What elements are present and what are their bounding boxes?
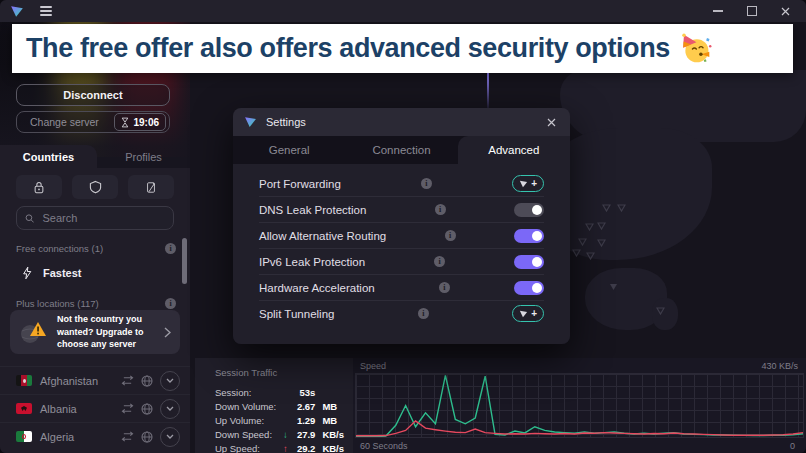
setting-row-ipv6-leak-protection: IPv6 Leak Protection i — [259, 249, 544, 275]
info-icon[interactable]: i — [421, 178, 432, 189]
alternative-routing-toggle[interactable] — [514, 229, 544, 243]
map-pin-icon — [586, 252, 595, 260]
change-server-button[interactable]: Change server 19:06 — [16, 111, 170, 133]
setting-label: Hardware Acceleration — [259, 282, 375, 294]
expand-country-button[interactable] — [160, 399, 180, 419]
stat-unit: MB — [315, 401, 353, 412]
fastest-row[interactable]: Fastest — [0, 260, 190, 286]
section-label: Free connections (1) — [16, 243, 103, 254]
expand-country-button[interactable] — [160, 371, 180, 391]
stat-unit: KB/s — [315, 443, 353, 453]
secure-core-button[interactable] — [16, 175, 62, 199]
upgrade-text: Not the country you wanted? Upgrade to c… — [57, 313, 156, 351]
setting-label: DNS Leak Protection — [259, 204, 366, 216]
dialog-body: Port Forwarding i + DNS Leak Protection … — [233, 164, 570, 344]
stat-value: 27.9 — [291, 429, 316, 440]
graph-grid — [355, 373, 804, 438]
up-arrow-icon: ↑ — [280, 443, 291, 453]
info-icon[interactable]: i — [434, 256, 445, 267]
protonvpn-logo-icon — [244, 116, 257, 128]
party-face-emoji-icon — [680, 33, 712, 65]
speed-graph: Speed 430 KB/s 60 Seconds 0 — [353, 358, 806, 453]
ipv6-leak-protection-toggle[interactable] — [514, 255, 544, 269]
stat-value: 1.29 — [291, 415, 316, 426]
chevron-down-icon — [166, 378, 174, 383]
sidebar: Disconnect Change server 19:06 Countries… — [0, 22, 190, 453]
tab-advanced[interactable]: Advanced — [458, 136, 570, 164]
search-box — [16, 206, 174, 230]
tab-profiles[interactable]: Profiles — [97, 145, 190, 168]
info-icon[interactable]: i — [445, 230, 456, 241]
info-icon[interactable]: i — [418, 308, 429, 319]
setting-row-hardware-acceleration: Hardware Acceleration i — [259, 275, 544, 301]
stat-label: Down Speed: — [215, 429, 280, 440]
killswitch-button[interactable] — [128, 175, 174, 199]
swap-icon[interactable] — [121, 403, 134, 414]
dialog-header: Settings — [233, 108, 570, 136]
expand-country-button[interactable] — [160, 427, 180, 447]
search-input[interactable] — [40, 211, 165, 225]
dialog-close-button[interactable] — [544, 115, 559, 130]
close-button[interactable] — [781, 7, 790, 16]
menu-button[interactable] — [40, 4, 52, 18]
country-row-afghanistan[interactable]: Afghanistan — [0, 366, 190, 394]
vpn-plus-badge[interactable]: + — [512, 305, 544, 322]
tab-connection[interactable]: Connection — [345, 136, 457, 164]
globe-icon[interactable] — [141, 375, 153, 387]
dns-leak-protection-toggle[interactable] — [514, 203, 544, 217]
section-label: Plus locations (117) — [16, 298, 99, 309]
stat-label: Session: — [215, 387, 280, 398]
country-row-albania[interactable]: Albania — [0, 394, 190, 422]
algeria-flag-icon — [16, 431, 32, 442]
shield-icon — [89, 180, 102, 194]
tab-general[interactable]: General — [233, 136, 345, 164]
sidebar-panel: Free connections (1) i Fastest Plus loca… — [0, 168, 190, 453]
country-name: Algeria — [40, 431, 113, 443]
setting-row-alternative-routing: Allow Alternative Routing i — [259, 223, 544, 249]
globe-icon[interactable] — [141, 431, 153, 443]
info-icon[interactable]: i — [165, 298, 176, 309]
stat-row-session: Session: 53s — [215, 385, 353, 399]
netshield-button[interactable] — [72, 175, 118, 199]
hardware-acceleration-toggle[interactable] — [514, 281, 544, 295]
tab-countries[interactable]: Countries — [0, 145, 97, 168]
country-row-algeria[interactable]: Algeria — [0, 422, 190, 450]
app-window: The free offer also offers advanced secu… — [0, 0, 806, 453]
timer-value: 19:06 — [133, 117, 159, 128]
info-icon[interactable]: i — [165, 243, 176, 254]
sidebar-scrollbar[interactable] — [182, 238, 187, 284]
maximize-button[interactable] — [747, 6, 757, 16]
stat-row-up-volume: Up Volume: 1.29 MB — [215, 413, 353, 427]
info-icon[interactable]: i — [439, 282, 450, 293]
map-pin-icon — [602, 204, 611, 212]
stat-value: 2.67 — [291, 401, 316, 412]
plus-sign: + — [531, 178, 537, 189]
plus-sign: + — [531, 308, 537, 319]
disconnect-button[interactable]: Disconnect — [16, 84, 170, 106]
minimize-button[interactable] — [713, 10, 723, 12]
dialog-tabs: General Connection Advanced — [233, 136, 570, 164]
globe-icon[interactable] — [141, 403, 153, 415]
vpn-plus-badge[interactable]: + — [512, 175, 544, 192]
killswitch-icon — [145, 181, 157, 194]
map-pin-icon — [656, 307, 665, 315]
session-traffic-title: Session Traffic — [215, 367, 353, 378]
setting-row-port-forwarding: Port Forwarding i + — [259, 171, 544, 197]
server-timer: 19:06 — [114, 113, 166, 131]
stat-value: 53s — [291, 387, 316, 398]
setting-label: Split Tunneling — [259, 308, 334, 320]
setting-label: Allow Alternative Routing — [259, 230, 386, 242]
search-icon — [25, 213, 34, 224]
promo-banner[interactable]: The free offer also offers advanced secu… — [12, 24, 793, 73]
settings-dialog: Settings General Connection Advanced Por… — [233, 108, 570, 344]
section-plus-locations: Plus locations (117) i — [16, 298, 176, 309]
speed-graph-lines — [356, 374, 803, 437]
swap-icon[interactable] — [121, 431, 134, 442]
stat-unit: KB/s — [315, 429, 353, 440]
upgrade-card[interactable]: Not the country you wanted? Upgrade to c… — [10, 310, 180, 354]
swap-icon[interactable] — [121, 375, 134, 386]
banner-text: The free offer also offers advanced secu… — [26, 33, 670, 64]
info-icon[interactable]: i — [435, 204, 446, 215]
dialog-title: Settings — [266, 116, 306, 128]
setting-label: Port Forwarding — [259, 178, 341, 190]
